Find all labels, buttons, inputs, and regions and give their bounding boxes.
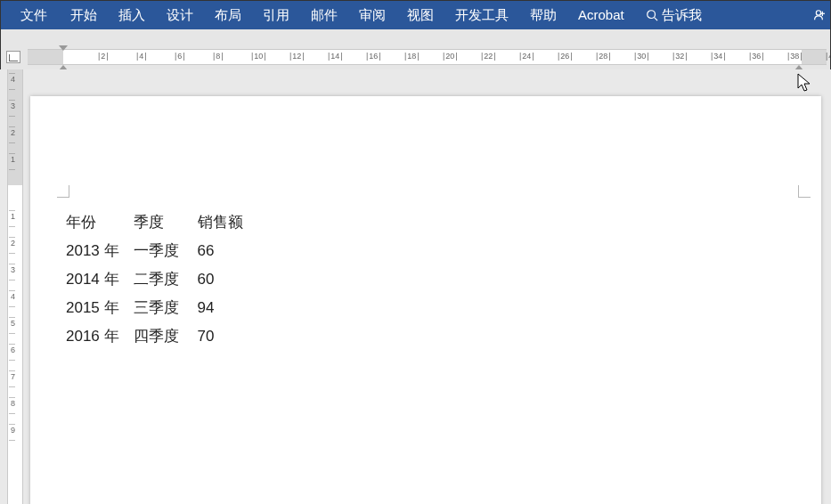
ruler-tick: 34: [711, 52, 726, 61]
ruler-tick: 38: [787, 52, 802, 61]
cell-quarter: 四季度: [130, 322, 192, 351]
tab-mailings[interactable]: 邮件: [300, 1, 348, 29]
svg-point-2: [816, 11, 820, 15]
ruler-tick: 10: [251, 52, 266, 61]
cell-year: 2016 年: [66, 322, 130, 351]
col-header-quarter: 季度: [130, 208, 192, 237]
ruler-tick: 26: [558, 52, 573, 61]
ruler-tick: 36: [749, 52, 764, 61]
tell-me-search[interactable]: 告诉我: [635, 1, 713, 29]
ruler-vtick: 8: [11, 399, 15, 408]
tab-references[interactable]: 引用: [252, 1, 300, 29]
tab-developer[interactable]: 开发工具: [444, 1, 519, 29]
cell-quarter: 三季度: [130, 294, 192, 322]
cell-sales: 94: [192, 294, 255, 322]
share-button[interactable]: [812, 9, 825, 21]
ruler-vtick: 6: [11, 345, 15, 354]
svg-point-0: [647, 11, 655, 19]
cell-sales: 70: [192, 322, 255, 351]
tab-selector[interactable]: [6, 51, 20, 63]
first-line-indent-marker[interactable]: [59, 45, 68, 51]
cell-quarter: 一季度: [130, 237, 192, 265]
col-header-sales: 销售额: [192, 208, 255, 237]
ruler-tick: 14: [328, 52, 343, 61]
ruler-tick: 40: [826, 52, 831, 61]
ruler-vtick: 5: [11, 319, 15, 328]
tab-file[interactable]: 文件: [8, 1, 60, 29]
ruler-tick: 6: [175, 52, 185, 61]
ruler-tick: 32: [672, 52, 688, 61]
document-page[interactable]: 年份 季度 销售额 2013 年 一季度 66 2014 年 二季度 60 20…: [30, 96, 821, 504]
table-row: 2015 年 三季度 94: [66, 294, 255, 322]
col-header-year: 年份: [66, 208, 130, 237]
ruler-vtick: 1: [11, 212, 15, 221]
tab-design[interactable]: 设计: [156, 1, 204, 29]
tab-insert[interactable]: 插入: [108, 1, 156, 29]
ruler-margin-left: [28, 50, 63, 64]
ruler-area: 246810121416182022242628303234363840: [1, 29, 830, 70]
table-row: 2016 年 四季度 70: [66, 322, 255, 351]
ruler-tick: 20: [443, 52, 458, 61]
tab-home[interactable]: 开始: [60, 1, 108, 29]
margin-corner-top-left: [57, 185, 69, 198]
cell-year: 2013 年: [66, 237, 130, 265]
svg-line-1: [654, 18, 657, 21]
cell-year: 2015 年: [66, 294, 130, 322]
ruler-vtick: 3: [11, 265, 15, 274]
table-row: 2013 年 一季度 66: [66, 237, 255, 265]
ruler-tick: 16: [366, 52, 381, 61]
tab-help[interactable]: 帮助: [519, 1, 567, 29]
ruler-tick: 2: [98, 52, 109, 61]
tell-me-label: 告诉我: [662, 1, 702, 29]
tab-view[interactable]: 视图: [396, 1, 444, 29]
ruler-vtick: 2: [11, 239, 15, 248]
ruler-vtick: 4: [11, 292, 15, 301]
share-icon: [812, 9, 825, 21]
ruler-tick: 4: [136, 52, 147, 61]
ruler-vtick: 7: [11, 372, 15, 381]
ruler-tick: 24: [519, 52, 534, 61]
tab-layout[interactable]: 布局: [204, 1, 252, 29]
ruler-tick: 22: [481, 52, 496, 61]
ruler-vertical[interactable]: 4321123456789: [7, 69, 23, 504]
tab-acrobat[interactable]: Acrobat: [567, 1, 635, 29]
ruler-vtick: 3: [11, 102, 15, 110]
ruler-horizontal[interactable]: 246810121416182022242628303234363840: [28, 49, 827, 65]
tab-review[interactable]: 审阅: [348, 1, 396, 29]
workspace: 4321123456789 年份 季度 销售额 2013 年 一季度 66 20…: [0, 69, 831, 504]
margin-corner-top-right: [798, 185, 811, 198]
ruler-vtick: 4: [11, 75, 15, 84]
ruler-tick: 30: [634, 52, 649, 61]
table-header-row: 年份 季度 销售额: [66, 208, 255, 237]
document-body[interactable]: 年份 季度 销售额 2013 年 一季度 66 2014 年 二季度 60 20…: [66, 208, 255, 351]
cell-quarter: 二季度: [130, 265, 192, 294]
ruler-vtick: 1: [11, 155, 15, 164]
ruler-tick: 12: [289, 52, 305, 61]
cell-sales: 60: [192, 265, 255, 294]
cell-sales: 66: [192, 237, 255, 265]
cell-year: 2014 年: [66, 265, 130, 294]
search-icon: [646, 9, 658, 21]
ribbon: 文件 开始 插入 设计 布局 引用 邮件 审阅 视图 开发工具 帮助 Acrob…: [1, 1, 830, 29]
ruler-tick: 8: [213, 52, 224, 61]
ruler-tick: 28: [596, 52, 611, 61]
ruler-vtick: 9: [11, 426, 15, 435]
ruler-vtick: 2: [11, 128, 15, 137]
table-row: 2014 年 二季度 60: [66, 265, 255, 294]
data-table: 年份 季度 销售额 2013 年 一季度 66 2014 年 二季度 60 20…: [66, 208, 255, 351]
ruler-tick: 18: [404, 52, 420, 61]
